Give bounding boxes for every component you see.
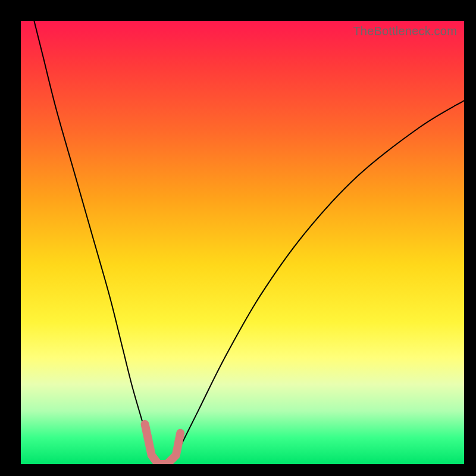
- left-curve: [34, 21, 154, 464]
- plot-area: TheBottleneck.com: [21, 21, 464, 464]
- chart-svg: [21, 21, 464, 464]
- right-curve: [171, 101, 464, 464]
- optimal-zone-marker: [145, 424, 181, 464]
- chart-frame: TheBottleneck.com: [0, 0, 476, 476]
